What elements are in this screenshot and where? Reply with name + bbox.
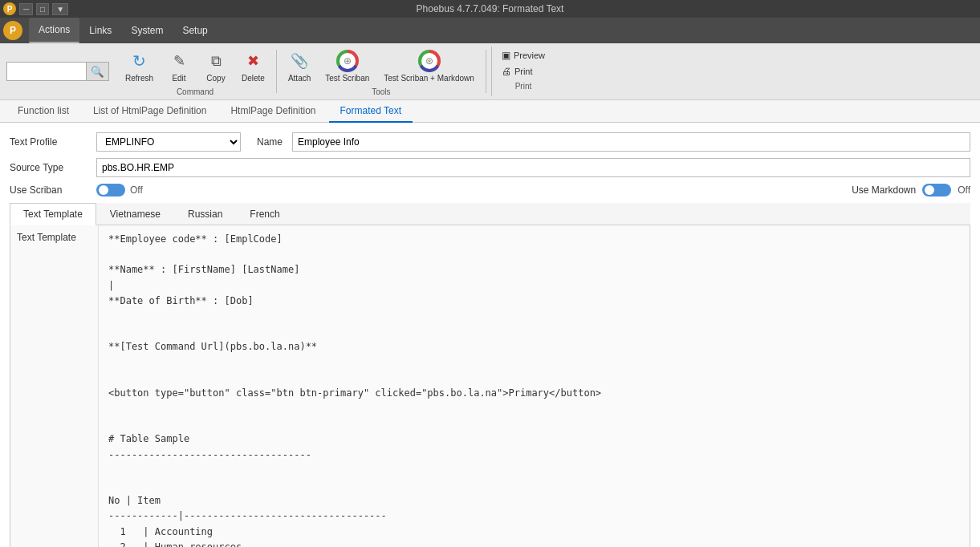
copy-icon: ⧉ — [205, 50, 227, 72]
edit-label: Edit — [172, 74, 185, 83]
window-title: Phoebus 4.7.7.049: Formated Text — [417, 3, 564, 14]
template-line — [108, 416, 960, 432]
template-line: **Employee code** : [EmplCode] — [108, 232, 960, 247]
toolbar-separator-1 — [276, 50, 277, 93]
test-scriban-md-icon: ⊛ — [418, 50, 441, 72]
tab-list-htmlpage[interactable]: List of HtmlPage Definition — [82, 100, 218, 123]
text-profile-select-wrapper: EMPLINFO — [96, 132, 241, 152]
print-group-label: Print — [498, 82, 548, 91]
scriban-row: Use Scriban Off Use Markdown Off — [10, 184, 970, 197]
template-line: ------------|---------------------------… — [108, 509, 960, 524]
template-area-label: Text Template — [10, 225, 99, 547]
preview-button[interactable]: ▣ Preview — [498, 48, 548, 63]
maximize-button[interactable]: □ — [36, 3, 49, 15]
text-profile-row: Text Profile EMPLINFO Name — [10, 132, 970, 152]
print-group: ▣ Preview 🖨 Print Print — [491, 47, 555, 96]
template-line: ----------------------------------- — [108, 448, 960, 463]
copy-button[interactable]: ⧉ Copy — [198, 47, 234, 86]
name-input[interactable] — [292, 132, 970, 152]
use-markdown-label: Use Markdown — [852, 184, 916, 196]
test-scriban-md-button[interactable]: ⊛ Test Scriban + Markdown — [377, 47, 481, 86]
use-scriban-toggle-wrapper: Off — [96, 184, 143, 197]
tab-formated-text[interactable]: Formated Text — [329, 100, 413, 123]
command-group: ↻ Refresh ✎ Edit ⧉ Copy ✖ Delete Command — [119, 47, 271, 96]
command-group-label: Command — [177, 87, 213, 96]
preview-icon: ▣ — [502, 50, 510, 61]
template-line: | — [108, 278, 960, 294]
attach-button[interactable]: 📎 Attach — [282, 47, 317, 86]
menu-actions[interactable]: Actions — [29, 18, 79, 43]
preview-label: Preview — [514, 51, 545, 60]
minimize-button[interactable]: ─ — [19, 3, 33, 15]
delete-label: Delete — [242, 74, 265, 83]
test-scriban-button[interactable]: ⊕ Test Scriban — [319, 47, 376, 86]
search-input[interactable] — [6, 62, 87, 81]
app-logo: P — [3, 21, 22, 40]
template-line — [108, 247, 960, 262]
refresh-button[interactable]: ↻ Refresh — [119, 47, 160, 86]
template-line — [108, 371, 960, 386]
inner-tab-french[interactable]: French — [236, 203, 293, 225]
use-scriban-off-label: Off — [130, 184, 143, 196]
app-icon: P — [3, 2, 16, 15]
use-scriban-label: Use Scriban — [10, 184, 90, 196]
tab-function-list[interactable]: Function list — [6, 100, 80, 123]
inner-tab-vietnamese[interactable]: Vietnamese — [96, 203, 174, 225]
text-profile-label: Text Profile — [10, 136, 90, 148]
template-line — [108, 324, 960, 339]
test-scriban-md-label: Test Scriban + Markdown — [384, 74, 474, 83]
use-markdown-wrapper: Use Markdown Off — [852, 184, 970, 197]
command-buttons: ↻ Refresh ✎ Edit ⧉ Copy ✖ Delete — [119, 47, 271, 86]
test-scriban-icon: ⊕ — [336, 50, 359, 72]
tab-htmlpage-def[interactable]: HtmlPage Definition — [219, 100, 327, 123]
template-area: Text Template **Employee code** : [EmplC… — [10, 225, 970, 547]
attach-label: Attach — [288, 74, 311, 83]
main-tab-bar: Function list List of HtmlPage Definitio… — [0, 100, 980, 123]
inner-tab-text-template[interactable]: Text Template — [10, 203, 96, 225]
template-line — [108, 309, 960, 324]
text-profile-select[interactable]: EMPLINFO — [96, 132, 241, 152]
template-line — [108, 401, 960, 416]
tools-group: 📎 Attach ⊕ Test Scriban ⊛ Test Scriban +… — [282, 47, 481, 96]
menu-system[interactable]: System — [121, 18, 173, 43]
refresh-label: Refresh — [125, 74, 153, 83]
delete-icon: ✖ — [242, 50, 264, 72]
search-button[interactable]: 🔍 — [87, 62, 109, 81]
template-line: 1 | Accounting — [108, 525, 960, 540]
main-content: Text Profile EMPLINFO Name Source Type U… — [0, 123, 980, 547]
print-button[interactable]: 🖨 Print — [498, 64, 548, 79]
use-scriban-toggle[interactable] — [96, 184, 125, 197]
toolbar-search-area: 🔍 — [6, 47, 109, 96]
use-markdown-off-label: Off — [958, 184, 970, 196]
print-label: Print — [514, 67, 533, 76]
use-markdown-toggle[interactable] — [922, 184, 951, 197]
menu-links[interactable]: Links — [79, 18, 121, 43]
toolbar: 🔍 ↻ Refresh ✎ Edit ⧉ Copy ✖ Delete Comma… — [0, 43, 980, 100]
title-bar: P ─ □ ▼ Phoebus 4.7.7.049: Formated Text — [0, 0, 980, 18]
close-button[interactable]: ▼ — [52, 3, 68, 15]
delete-button[interactable]: ✖ Delete — [235, 47, 271, 86]
source-type-input[interactable] — [96, 158, 970, 177]
edit-button[interactable]: ✎ Edit — [161, 47, 197, 86]
template-line: # Table Sample — [108, 432, 960, 447]
name-label: Name — [257, 136, 283, 148]
template-line: <button type="button" class="btn btn-pri… — [108, 386, 960, 401]
template-line: **[Test Command Url](pbs.bo.la.na)** — [108, 339, 960, 355]
template-line — [108, 463, 960, 478]
edit-icon: ✎ — [168, 50, 190, 72]
menu-setup[interactable]: Setup — [173, 18, 217, 43]
inner-tab-russian[interactable]: Russian — [174, 203, 236, 225]
template-line — [108, 478, 960, 493]
template-line — [108, 355, 960, 371]
refresh-icon: ↻ — [128, 50, 151, 72]
source-type-label: Source Type — [10, 162, 90, 173]
template-line: **Name** : [FirstName] [LastName] — [108, 262, 960, 278]
toolbar-separator-2 — [486, 50, 486, 93]
template-line: No | Item — [108, 493, 960, 509]
tools-group-label: Tools — [372, 87, 390, 96]
template-editor[interactable]: **Employee code** : [EmplCode] **Name** … — [99, 225, 970, 547]
copy-label: Copy — [206, 74, 225, 83]
template-line: **Date of Birth** : [Dob] — [108, 294, 960, 309]
title-bar-controls: P ─ □ ▼ — [0, 2, 68, 15]
tools-buttons: 📎 Attach ⊕ Test Scriban ⊛ Test Scriban +… — [282, 47, 481, 86]
